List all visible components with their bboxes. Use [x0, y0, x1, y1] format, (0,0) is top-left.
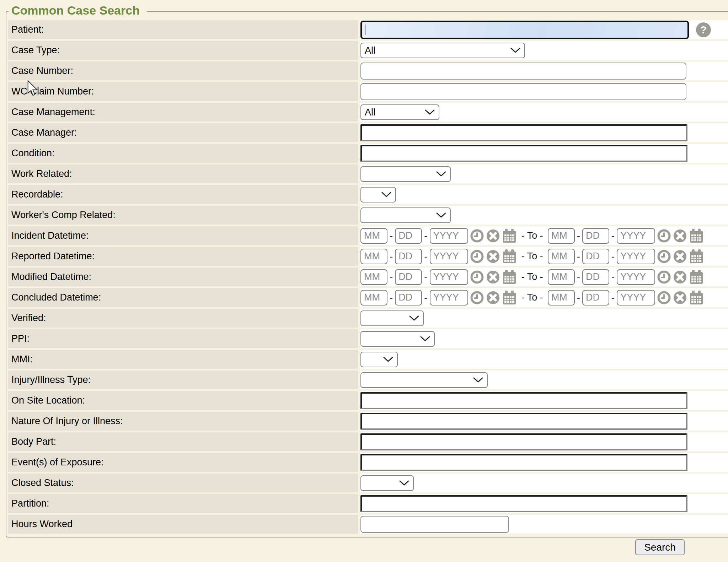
field-nature-of-injury-or-illness	[360, 412, 728, 431]
to-day-input[interactable]	[582, 249, 609, 264]
calendar-icon[interactable]	[689, 228, 704, 244]
clear-icon[interactable]	[673, 291, 687, 305]
wc-claim-number-input[interactable]	[360, 83, 686, 100]
clear-icon[interactable]	[486, 270, 500, 284]
mmi-select[interactable]	[360, 352, 398, 367]
verified-select[interactable]	[360, 310, 424, 326]
from-year-input[interactable]	[430, 228, 468, 244]
clock-icon[interactable]	[657, 229, 671, 243]
from-month-input[interactable]	[360, 269, 387, 285]
hours-worked-input[interactable]	[360, 516, 509, 533]
clear-icon[interactable]	[486, 229, 500, 243]
clock-icon[interactable]	[657, 270, 671, 284]
from-month-input[interactable]	[360, 228, 387, 244]
row-label: Body Part:	[11, 436, 56, 447]
row-label: Recordable:	[11, 189, 63, 200]
closed-status-select[interactable]	[360, 475, 414, 491]
clear-icon[interactable]	[673, 270, 687, 284]
clock-icon[interactable]	[470, 270, 484, 284]
condition-input[interactable]	[360, 145, 687, 162]
clock-icon[interactable]	[470, 229, 484, 243]
date-dash: -	[577, 251, 580, 262]
field-on-site-location	[360, 391, 728, 410]
to-year-input[interactable]	[617, 228, 655, 244]
label-case-management: Case Management:	[8, 103, 358, 121]
work-related-select[interactable]	[360, 166, 451, 182]
case-type-select[interactable]: All	[360, 43, 525, 58]
from-day-input[interactable]	[395, 228, 422, 244]
calendar-icon[interactable]	[502, 290, 517, 306]
injury-illness-type-select[interactable]	[360, 372, 488, 388]
calendar-icon[interactable]	[689, 269, 704, 285]
row-label: Injury/Illness Type:	[11, 374, 91, 385]
row-label: Hours Worked	[11, 519, 73, 530]
to-year-input[interactable]	[617, 290, 655, 306]
search-button[interactable]: Search	[635, 539, 685, 555]
nature-of-injury-or-illness-input[interactable]	[360, 413, 687, 430]
to-day-input[interactable]	[582, 228, 609, 244]
clock-icon[interactable]	[657, 291, 671, 305]
to-separator: - To -	[521, 230, 543, 241]
calendar-icon[interactable]	[502, 228, 517, 244]
to-year-input[interactable]	[617, 249, 655, 264]
recordable-select[interactable]	[360, 187, 396, 202]
to-day-input[interactable]	[582, 290, 609, 306]
calendar-icon[interactable]	[502, 249, 517, 264]
from-day-input[interactable]	[395, 290, 422, 306]
field-concluded-datetime: --- To ---	[360, 288, 728, 307]
clock-icon[interactable]	[657, 249, 671, 264]
to-month-input[interactable]	[548, 249, 575, 264]
field-partition	[360, 494, 728, 513]
field-condition	[360, 144, 728, 163]
row-label: Patient:	[11, 24, 44, 35]
date-dash: -	[390, 230, 393, 242]
from-day-input[interactable]	[395, 269, 422, 285]
to-month-input[interactable]	[548, 290, 575, 306]
row-label: Modified Datetime:	[11, 271, 91, 282]
field-closed-status	[360, 474, 728, 492]
partition-input[interactable]	[360, 495, 687, 512]
calendar-icon[interactable]	[689, 249, 704, 264]
ppi-select[interactable]	[360, 331, 435, 347]
date-dash: -	[577, 292, 580, 303]
clear-icon[interactable]	[673, 249, 687, 264]
from-year-input[interactable]	[430, 269, 468, 285]
label-recordable: Recordable:	[8, 185, 358, 204]
clock-icon[interactable]	[470, 249, 484, 264]
label-event-s-of-exposure: Event(s) of Exposure:	[8, 453, 358, 472]
case-management-select[interactable]: All	[360, 104, 439, 120]
clear-icon[interactable]	[486, 249, 500, 264]
event-s-of-exposure-input[interactable]	[360, 454, 687, 471]
help-icon[interactable]: ?	[696, 22, 711, 37]
from-year-input[interactable]	[430, 249, 468, 264]
date-dash: -	[390, 271, 393, 283]
to-day-input[interactable]	[582, 269, 609, 285]
clear-icon[interactable]	[673, 229, 687, 243]
on-site-location-input[interactable]	[360, 392, 687, 409]
row-label: WC Claim Number:	[11, 86, 94, 97]
from-month-input[interactable]	[360, 290, 387, 306]
row-label: Event(s) of Exposure:	[11, 457, 104, 468]
calendar-icon[interactable]	[502, 269, 517, 285]
to-month-input[interactable]	[548, 228, 575, 244]
row-label: Nature Of Injury or Illness:	[11, 416, 123, 427]
field-case-number	[360, 61, 728, 80]
clock-icon[interactable]	[470, 291, 484, 305]
label-modified-datetime: Modified Datetime:	[8, 268, 358, 286]
field-reported-datetime: --- To ---	[360, 247, 728, 266]
body-part-input[interactable]	[360, 433, 687, 450]
from-year-input[interactable]	[430, 290, 468, 306]
from-month-input[interactable]	[360, 249, 387, 264]
to-year-input[interactable]	[617, 269, 655, 285]
case-number-input[interactable]	[360, 63, 686, 80]
label-wc-claim-number: WC Claim Number:	[8, 82, 358, 101]
worker-s-comp-related-select[interactable]	[360, 207, 451, 223]
patient-input[interactable]	[360, 21, 689, 39]
row-label: Partition:	[11, 498, 49, 509]
label-case-number: Case Number:	[8, 61, 358, 80]
calendar-icon[interactable]	[689, 290, 704, 306]
case-manager-input[interactable]	[360, 124, 687, 141]
to-month-input[interactable]	[548, 269, 575, 285]
clear-icon[interactable]	[486, 291, 500, 305]
from-day-input[interactable]	[395, 249, 422, 264]
